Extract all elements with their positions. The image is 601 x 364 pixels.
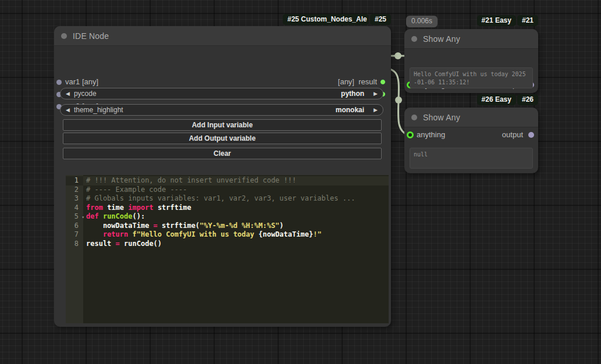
show-any-21-value[interactable]: Hello ComfyUI with us today 2025-01-06 1… (410, 67, 533, 88)
line-number: 1 (66, 176, 83, 185)
wire-midpoint-dot (394, 52, 401, 59)
node-source-badge: #26 Easy (477, 94, 516, 105)
code-line-5[interactable]: 5▾def runCode(): (66, 212, 389, 222)
line-number: 5▾ (66, 212, 83, 222)
combo-name: theme_highlight (74, 106, 336, 114)
combo-right-arrow-icon[interactable]: ▶ (374, 91, 378, 97)
combo-value: monokai (336, 106, 364, 114)
code-line-7[interactable]: 7 return f"Hello ComfyUI with us today {… (66, 230, 389, 240)
combo-value: python (341, 90, 364, 98)
combo-widget-theme-highlight[interactable]: ◀ theme_highlight monokai ▶ (60, 104, 383, 116)
combo-name: pycode (74, 90, 341, 98)
line-number: 3 (66, 194, 83, 204)
input-slot-var1: var1 [any] (65, 77, 98, 86)
wire-midpoint-dot (395, 97, 402, 104)
node-title: Show Any (423, 34, 460, 44)
input-slot-dot-var1[interactable] (56, 80, 62, 85)
ide-node-badges: #25 Custom_Nodes_Ale #25 (283, 14, 391, 25)
node-source-badge: #21 Easy (477, 15, 516, 26)
add-output-variable-button[interactable]: Add Output variable (63, 133, 382, 144)
node-title: IDE Node (73, 31, 109, 41)
line-number: 8 (66, 240, 83, 249)
node-title: Show Any (423, 113, 460, 122)
input-slot-dot-anything[interactable] (407, 131, 414, 138)
show-any-26-value[interactable]: null (410, 148, 533, 169)
show-any-21-titlebar[interactable]: Show Any (404, 29, 538, 49)
line-number: 7 (66, 230, 83, 240)
combo-right-arrow-icon[interactable]: ▶ (374, 108, 378, 113)
code-line-6[interactable]: 6 nowDataTime = strftime("%Y-%m-%d %H:%M… (66, 222, 389, 231)
output-slot-output: output (502, 130, 523, 139)
code-line-8[interactable]: 8result = runCode() (66, 240, 389, 249)
node-graph-canvas[interactable]: #25 Custom_Nodes_Ale #25 IDE Node var1 [… (0, 0, 601, 364)
output-slot-dot-output[interactable] (528, 132, 534, 138)
combo-left-arrow-icon[interactable]: ◀ (66, 91, 70, 97)
add-input-variable-button[interactable]: Add Input variable (63, 119, 382, 131)
output-slot-dot-result[interactable] (380, 79, 386, 85)
node-id-badge: #26 (517, 94, 538, 105)
collapse-dot-icon[interactable] (411, 115, 417, 120)
node-source-badge: #25 Custom_Nodes_Ale (283, 14, 369, 25)
show-any-26-badges: #26 Easy #26 (477, 94, 538, 105)
ide-node[interactable]: #25 Custom_Nodes_Ale #25 IDE Node var1 [… (54, 26, 391, 327)
node-id-badge: #21 (517, 15, 538, 26)
line-number: 6 (66, 222, 83, 231)
show-any-node-26[interactable]: #26 Easy #26 Show Any anything output nu… (404, 108, 538, 173)
input-slot-anything: anything (417, 130, 445, 139)
show-any-26-titlebar[interactable]: Show Any (404, 108, 538, 127)
combo-widget-pycode[interactable]: ◀ pycode python ▶ (60, 88, 383, 99)
ide-node-titlebar[interactable]: IDE Node (54, 26, 391, 46)
line-number: 2 (66, 185, 83, 195)
line-number: 4 (66, 204, 83, 213)
output-slot-result: [any] result (338, 77, 377, 86)
code-line-2[interactable]: 2# ---- Example code ---- (66, 185, 389, 195)
code-lines[interactable]: 1# !!! Attention, do not insert unverifi… (66, 176, 389, 248)
code-line-3[interactable]: 3# Globals inputs variables: var1, var2,… (66, 194, 389, 204)
node-id-badge: #25 (370, 14, 391, 25)
clear-button[interactable]: Clear (63, 148, 382, 159)
code-line-1[interactable]: 1# !!! Attention, do not insert unverifi… (66, 176, 389, 185)
show-any-node-21[interactable]: 0.006s #21 Easy #21 Show Any anything ou… (404, 29, 538, 93)
python-code-editor[interactable]: 1# !!! Attention, do not insert unverifi… (66, 175, 389, 323)
collapse-dot-icon[interactable] (61, 33, 67, 39)
show-any-21-badges: #21 Easy #21 (477, 15, 538, 26)
combo-left-arrow-icon[interactable]: ◀ (66, 108, 70, 113)
collapse-dot-icon[interactable] (411, 36, 417, 42)
fold-arrow-icon[interactable]: ▾ (81, 213, 84, 222)
execution-time-badge: 0.006s (406, 16, 438, 27)
code-line-4[interactable]: 4from time import strftime (66, 204, 389, 213)
